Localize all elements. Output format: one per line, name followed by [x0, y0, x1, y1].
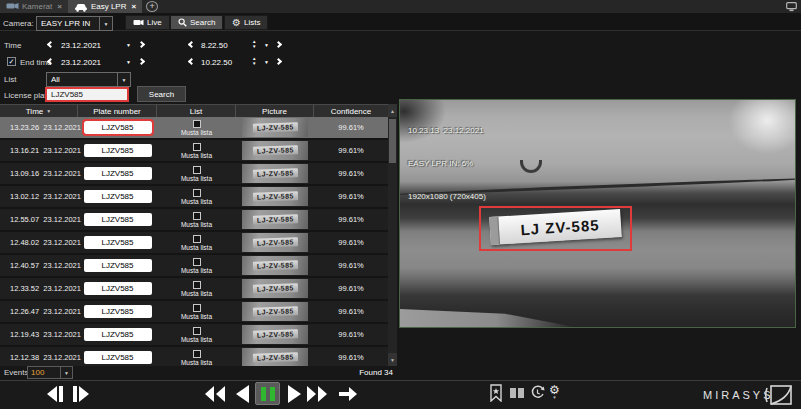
video-panel[interactable]: LJ ZV-585 10.23.13 23.12.2021 EASY LPR I… [399, 99, 796, 328]
table-row[interactable]: 12.33.52 23.12.2021 LJZV585 Musta lista … [0, 278, 397, 299]
jump-forward-button[interactable] [336, 383, 360, 405]
blacklist-checkbox[interactable] [193, 304, 201, 312]
next-time-icon[interactable] [275, 41, 282, 48]
header-picture[interactable]: Picture [236, 105, 314, 117]
blacklist-checkbox[interactable] [193, 166, 201, 174]
add-tab-button[interactable]: + [146, 1, 158, 12]
fast-forward-button[interactable] [305, 383, 329, 405]
blacklist-checkbox[interactable] [193, 281, 201, 289]
tab-easy-lpr[interactable]: Easy LPR × [68, 0, 142, 13]
time-date-value[interactable]: 23.12.2021 [61, 41, 101, 50]
plate-thumbnail[interactable]: LJ-ZV-585 [242, 302, 308, 321]
row-plate-value[interactable]: LJZV585 [84, 190, 152, 203]
blacklist-checkbox[interactable] [193, 143, 201, 151]
search-button[interactable]: Search [137, 86, 186, 102]
time-spinner[interactable]: ▲▼ [252, 57, 256, 66]
plate-thumbnail[interactable]: LJ-ZV-585 [242, 141, 308, 160]
table-row[interactable]: 12.19.43 23.12.2021 LJZV585 Musta lista … [0, 324, 397, 345]
plate-thumbnail[interactable]: LJ-ZV-585 [242, 164, 308, 183]
header-list[interactable]: List [157, 105, 236, 117]
row-plate-value[interactable]: LJZV585 [84, 236, 152, 249]
table-row[interactable]: 13.02.12 23.12.2021 LJZV585 Musta lista … [0, 186, 397, 207]
step-backward-button[interactable] [44, 383, 66, 405]
play-backward-button[interactable] [234, 383, 251, 405]
plate-thumbnail[interactable]: LJ-ZV-585 [242, 325, 308, 344]
plate-thumbnail[interactable]: LJ-ZV-585 [242, 279, 308, 298]
table-scrollbar[interactable]: ▲ ▼ [388, 104, 397, 366]
blacklist-checkbox[interactable] [193, 120, 201, 128]
list-select[interactable]: All ▼ [46, 72, 131, 87]
prev-time-icon[interactable] [188, 41, 195, 48]
plate-thumbnail[interactable]: LJ-ZV-585 [242, 233, 308, 252]
row-plate-value[interactable]: LJZV585 [84, 167, 152, 180]
plate-thumbnail[interactable]: LJ-ZV-585 [242, 348, 308, 366]
time-dropdown-icon[interactable]: ▼ [264, 43, 269, 48]
live-button[interactable]: Live [125, 15, 170, 30]
table-row[interactable]: 12.40.57 23.12.2021 LJZV585 Musta lista … [0, 255, 397, 276]
table-row[interactable]: 12.12.38 23.12.2021 LJZV585 Musta lista … [0, 347, 397, 366]
row-plate-value[interactable]: LJZV585 [84, 259, 152, 272]
header-confidence[interactable]: Confidence [314, 105, 388, 117]
plate-thumbnail[interactable]: LJ-ZV-585 [242, 187, 308, 206]
camera-select[interactable]: EASY LPR IN ▼ [36, 16, 113, 31]
table-row[interactable]: 12.26.47 23.12.2021 LJZV585 Musta lista … [0, 301, 397, 322]
step-forward-button[interactable] [70, 383, 92, 405]
lists-button[interactable]: ⚙ Lists [224, 15, 268, 30]
events-count-select[interactable]: 100 ▼ [27, 366, 73, 379]
next-time-icon[interactable] [275, 58, 282, 65]
row-plate-value[interactable]: LJZV585 [84, 351, 152, 364]
scroll-up-icon[interactable]: ▲ [388, 104, 397, 117]
header-plate-number[interactable]: Plate number [78, 105, 157, 117]
next-date-icon[interactable] [138, 58, 145, 65]
plate-thumbnail[interactable]: LJ-ZV-585 [242, 256, 308, 275]
close-icon[interactable]: × [131, 2, 136, 11]
time-spinner[interactable]: ▲▼ [252, 40, 256, 49]
time-clock-value[interactable]: 8.22.50 [201, 41, 228, 50]
row-plate-value[interactable]: LJZV585 [84, 282, 152, 295]
play-button[interactable] [286, 383, 303, 405]
row-plate-value[interactable]: LJZV585 [84, 305, 152, 318]
instant-replay-icon[interactable] [530, 385, 545, 400]
blacklist-checkbox[interactable] [193, 235, 201, 243]
settings-gear-icon[interactable]: ⚙ ▼ [549, 384, 560, 401]
dual-pane-icon[interactable] [509, 387, 525, 399]
chevron-down-icon[interactable]: ▼ [99, 17, 112, 30]
end-time-checkbox[interactable]: ✓ [7, 57, 16, 66]
scrollbar-thumb[interactable] [389, 119, 396, 163]
end-date-value[interactable]: 23.12.2021 [61, 58, 101, 67]
end-clock-value[interactable]: 10.22.50 [201, 58, 232, 67]
next-date-icon[interactable] [138, 41, 145, 48]
plate-thumbnail[interactable]: LJ-ZV-585 [242, 118, 308, 137]
blacklist-checkbox[interactable] [193, 189, 201, 197]
row-plate-value[interactable]: LJZV585 [84, 121, 152, 134]
row-plate-value[interactable]: LJZV585 [84, 328, 152, 341]
table-row[interactable]: 12.48.02 23.12.2021 LJZV585 Musta lista … [0, 232, 397, 253]
date-dropdown-icon[interactable]: ▼ [126, 60, 131, 65]
blacklist-checkbox[interactable] [193, 258, 201, 266]
blacklist-checkbox[interactable] [193, 327, 201, 335]
chevron-down-icon[interactable]: ▼ [60, 367, 72, 378]
search-tab-button[interactable]: Search [170, 15, 223, 30]
pause-button[interactable] [255, 382, 280, 405]
bookmark-star-icon[interactable] [489, 384, 503, 402]
header-time[interactable]: Time▼ [0, 105, 78, 117]
rewind-button[interactable] [203, 383, 227, 405]
row-plate-value[interactable]: LJZV585 [84, 213, 152, 226]
blacklist-checkbox[interactable] [193, 350, 201, 358]
blacklist-checkbox[interactable] [193, 212, 201, 220]
table-row[interactable]: 13.09.16 23.12.2021 LJZV585 Musta lista … [0, 163, 397, 184]
chevron-down-icon[interactable]: ▼ [117, 73, 130, 86]
prev-date-icon[interactable] [47, 41, 54, 48]
license-plate-input[interactable]: LJZV585 [45, 87, 129, 102]
table-row[interactable]: 13.16.21 23.12.2021 LJZV585 Musta lista … [0, 140, 397, 161]
scroll-down-icon[interactable]: ▼ [388, 353, 397, 366]
table-row[interactable]: 13.23.26 23.12.2021 LJZV585 Musta lista … [0, 117, 397, 138]
table-row[interactable]: 12.55.07 23.12.2021 LJZV585 Musta lista … [0, 209, 397, 230]
prev-time-icon[interactable] [188, 58, 195, 65]
plate-thumbnail[interactable]: LJ-ZV-585 [242, 210, 308, 229]
close-icon[interactable]: × [57, 2, 62, 11]
date-dropdown-icon[interactable]: ▼ [126, 43, 131, 48]
time-dropdown-icon[interactable]: ▼ [264, 60, 269, 65]
tab-kamerat[interactable]: Kamerat × [0, 0, 68, 13]
row-plate-value[interactable]: LJZV585 [84, 144, 152, 157]
